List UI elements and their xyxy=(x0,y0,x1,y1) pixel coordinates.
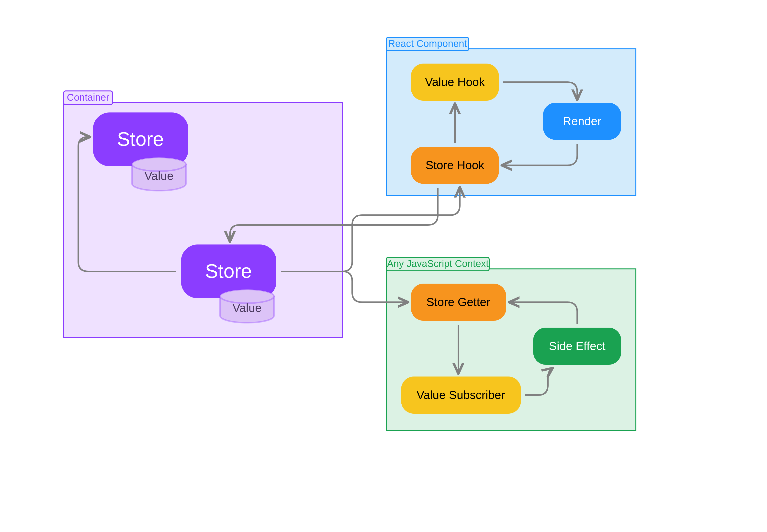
diagram-canvas: Container Store Value Store Value React … xyxy=(0,0,767,532)
group-js: Any JavaScript Context Store Getter Side… xyxy=(387,257,636,430)
group-react: React Component Value Hook Render Store … xyxy=(387,37,636,196)
node-store-hook: Store Hook xyxy=(411,147,499,184)
group-container: Container Store Value Store Value xyxy=(64,91,342,337)
svg-point-5 xyxy=(220,289,274,303)
node-side-effect-label: Side Effect xyxy=(549,340,605,353)
node-store-hook-label: Store Hook xyxy=(426,159,485,172)
group-container-label: Container xyxy=(67,92,109,103)
node-render: Render xyxy=(543,103,621,140)
node-value-2-label: Value xyxy=(232,301,261,314)
node-value-subscriber: Value Subscriber xyxy=(401,377,521,414)
node-store-getter-label: Store Getter xyxy=(426,296,490,309)
node-value-1: Value xyxy=(132,157,186,191)
node-render-label: Render xyxy=(563,115,601,128)
node-value-hook-label: Value Hook xyxy=(425,76,485,89)
node-value-hook: Value Hook xyxy=(411,64,499,101)
node-value-2: Value xyxy=(220,289,274,323)
group-react-label: React Component xyxy=(388,38,467,49)
node-store-1-label: Store xyxy=(117,128,164,150)
node-value-subscriber-label: Value Subscriber xyxy=(417,388,505,401)
group-js-label: Any JavaScript Context xyxy=(387,258,489,269)
node-side-effect: Side Effect xyxy=(533,328,621,365)
node-store-getter: Store Getter xyxy=(411,284,506,321)
svg-point-3 xyxy=(132,157,186,171)
node-store-2-label: Store xyxy=(205,260,252,282)
node-value-1-label: Value xyxy=(144,169,173,182)
